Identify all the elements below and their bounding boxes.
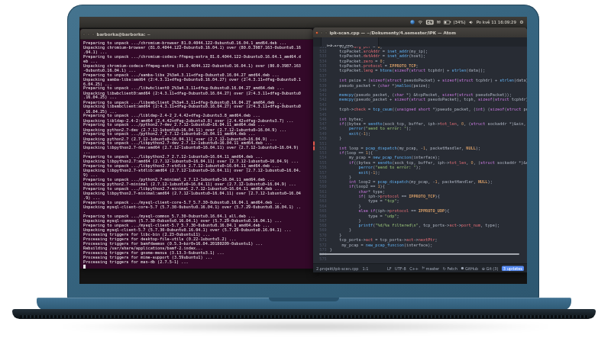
horizontal-scrollbar[interactable] <box>319 253 519 255</box>
atom-status-bar: 2.projekt/ipk-scan.cpp 1:1 LFUTF-8C++mas… <box>313 263 527 272</box>
atom-titlebar[interactable]: ipk-scan.cpp — ~/Dokumenty/4.semester/IP… <box>313 27 527 38</box>
panel-indicators: EN ✉ (34%) Po kvě 11 16:09:29 ⚙ <box>411 17 524 27</box>
status-cursor-position[interactable]: 1:1 <box>362 266 368 271</box>
terminal-line: Unpacking libpython2.7-minimal:amd64 (2.… <box>83 191 313 195</box>
laptop-vents <box>20 315 588 318</box>
line-code: tcph->check = tcp_csum((unsigned short *… <box>330 107 527 111</box>
status-item-c-[interactable]: C++ <box>409 266 419 271</box>
terminal-line: Preparing to unpack .../chromium-browser… <box>83 40 313 45</box>
battery-icon[interactable] <box>444 21 450 24</box>
terminal-line: Unpacking chromium-browser (81.0.4044.12… <box>83 45 313 50</box>
status-item-git-3-[interactable]: ⊕Git (3) <box>482 266 499 271</box>
github-icon <box>461 266 464 271</box>
line-code: memcpy(pseudo_packet + sizeof(struct pse… <box>330 98 527 102</box>
keyboard-layout-indicator[interactable]: EN <box>426 20 434 24</box>
atom-minimize-button[interactable] <box>320 31 322 34</box>
status-right-items: LFUTF-8C++master↻FetchGitHub⊕Git (3)3 up… <box>387 264 524 272</box>
sync-icon: ↻ <box>443 266 446 271</box>
volume-icon[interactable] <box>469 21 473 24</box>
status-item-3-updates[interactable]: 3 updates <box>502 266 524 271</box>
atom-window: ipk-scan.cpp — ~/Dokumenty/4.semester/IP… <box>313 27 527 272</box>
line-code: printf("%d/%s filtered\n", tcp_ports->ac… <box>330 223 499 227</box>
atom-window-title: ipk-scan.cpp — ~/Dokumenty/4.semester/IP… <box>329 30 455 34</box>
status-item-lf[interactable]: LF <box>387 266 392 271</box>
terminal-line: Preparing to unpack .../libpython2.7-min… <box>83 186 313 191</box>
terminal-line: Unpacking libwbclient0:amd64 (2:4.3.11+d… <box>83 91 313 95</box>
terminal-line: Preparing to unpack .../libwbclient0_2%3… <box>83 86 313 91</box>
code-line: 544 tcph->check = tcp_csum((unsigned sho… <box>313 107 527 111</box>
line-number: 575 <box>315 257 330 262</box>
clock-label[interactable]: Po kvě 11 16:09:29 <box>477 20 516 24</box>
tab-ipk-scan[interactable]: ipk-scan.cpp <box>321 37 379 47</box>
atom-maximize-button[interactable] <box>325 31 327 34</box>
status-item-github[interactable]: GitHub <box>461 266 479 271</box>
terminal-titlebar[interactable]: barborka@barborka: ~ <box>80 29 313 40</box>
terminal-line: Unpacking libsmbclient:amd64 (2:4.3.11+d… <box>83 105 313 109</box>
terminal-line: Preparing to unpack .../chromium-codecs-… <box>83 54 313 59</box>
terminal-close-button[interactable] <box>82 33 85 35</box>
laptop-lid: EN ✉ (34%) Po kvě 11 16:09:29 ⚙ barborka… <box>67 5 539 299</box>
code-editor[interactable]: 531 tcph->urg_ptr = 0;532 tcpPacket.srcA… <box>313 47 527 264</box>
terminal-line: Unpacking mysql-client-core-5.7 (5.7.30-… <box>83 205 313 209</box>
atom-close-button[interactable] <box>315 31 318 34</box>
mail-icon[interactable]: ✉ <box>437 20 441 24</box>
battery-percent-label: (34%) <box>454 20 466 24</box>
status-item-master[interactable]: master <box>422 266 440 271</box>
line-code: my_pcap = new_pcap_funcion(interface); <box>330 243 433 247</box>
terminal-window: barborka@barborka: ~ Preparing to unpack… <box>80 29 313 269</box>
terminal-maximize-button[interactable] <box>92 33 94 35</box>
git-branch-icon <box>422 266 425 271</box>
terminal-line: Unpacking libpython2.7-dev:amd64 (2.7.12… <box>83 146 313 150</box>
line-code: pseudo_packet = (char *)malloc(psize); <box>330 83 431 88</box>
status-file-path[interactable]: 2.projekt/ipk-scan.cpp <box>316 266 358 271</box>
code-line: 542 memcpy(pseudo_packet + sizeof(struct… <box>313 98 527 102</box>
terminal-title: barborka@barborka: ~ <box>96 31 150 36</box>
laptop-base-bottom <box>12 309 596 319</box>
screen: EN ✉ (34%) Po kvě 11 16:09:29 ⚙ barborka… <box>79 17 527 284</box>
terminal-line: Unpacking samba-libs:amd64 (2:4.3.11+dfs… <box>83 77 313 82</box>
terminal-line: Unpacking libpython2.7-stdlib:amd64 (2.7… <box>83 168 313 172</box>
terminal-line: Unpacking libpython2.7:amd64 (2.7.12-1ub… <box>83 159 313 163</box>
laptop-hinge-notch <box>269 298 339 301</box>
line-code: } <box>330 136 342 140</box>
line-code: tcpPacket.leng = htons(sizeof(struct tcp… <box>330 69 486 73</box>
terminal-minimize-button[interactable] <box>87 33 89 35</box>
top-panel: EN ✉ (34%) Po kvě 11 16:09:29 ⚙ <box>79 17 527 28</box>
terminal-output[interactable]: Preparing to unpack .../chromium-browser… <box>83 40 313 269</box>
code-lines: 531 tcph->urg_ptr = 0;532 tcpPacket.srcA… <box>313 47 527 262</box>
laptop-shadow <box>53 321 558 333</box>
gear-icon[interactable]: ⚙ <box>520 20 524 24</box>
git-plus-icon: ⊕ <box>482 266 485 271</box>
status-item-fetch[interactable]: ↻Fetch <box>443 266 457 271</box>
terminal-cursor <box>83 265 86 269</box>
status-item-utf-8[interactable]: UTF-8 <box>395 266 406 271</box>
code-line: 575 <box>313 257 527 262</box>
wifi-icon[interactable] <box>418 21 422 24</box>
app-indicator-icon[interactable] <box>411 20 415 24</box>
line-code: } <box>330 247 332 252</box>
